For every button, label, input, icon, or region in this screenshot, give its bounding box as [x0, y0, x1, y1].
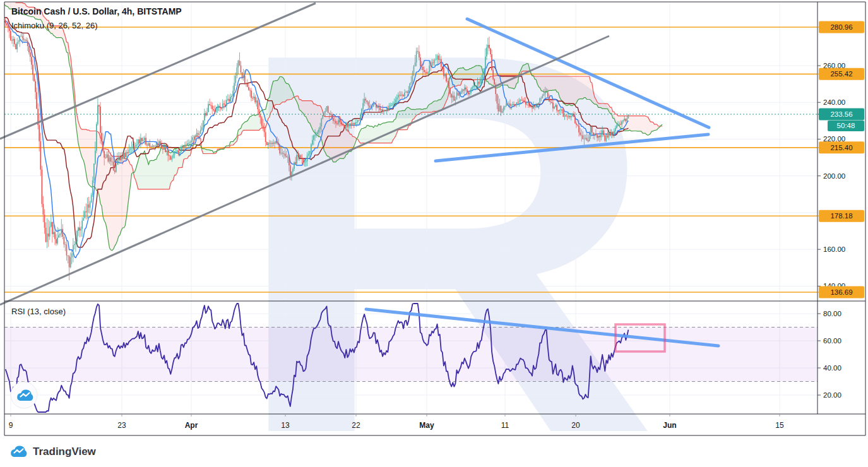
svg-text:240.00: 240.00 — [823, 98, 845, 106]
svg-text:11: 11 — [501, 421, 509, 430]
svg-text:Apr: Apr — [185, 421, 198, 430]
svg-text:233.56: 233.56 — [830, 110, 852, 118]
tradingview-wordmark[interactable]: TradingView — [33, 446, 96, 458]
svg-text:15: 15 — [775, 421, 784, 430]
svg-text:40.00: 40.00 — [823, 364, 841, 372]
svg-text:178.18: 178.18 — [830, 212, 852, 220]
svg-text:215.40: 215.40 — [830, 144, 852, 151]
svg-text:20.00: 20.00 — [823, 391, 841, 399]
svg-text:Jun: Jun — [663, 421, 676, 430]
svg-text:23: 23 — [117, 421, 126, 430]
svg-text:50:48: 50:48 — [837, 122, 855, 129]
chart-canvas[interactable]: R260.00240.00220.00200.00160.00140.0080.… — [0, 0, 868, 467]
svg-text:280.96: 280.96 — [830, 23, 852, 31]
svg-text:13: 13 — [281, 421, 290, 430]
symbol-legend[interactable]: Bitcoin Cash / U.S. Dollar, 4h, BITSTAMP… — [11, 5, 182, 32]
svg-text:9: 9 — [9, 421, 13, 430]
rsi-band — [4, 328, 817, 382]
rsi-watermark-logo — [11, 382, 37, 408]
svg-text:200.00: 200.00 — [823, 172, 845, 180]
svg-text:20: 20 — [571, 421, 580, 430]
svg-text:May: May — [419, 421, 434, 430]
svg-text:60.00: 60.00 — [823, 337, 841, 345]
symbol-title[interactable]: Bitcoin Cash / U.S. Dollar, 4h, BITSTAMP — [11, 5, 182, 18]
svg-text:80.00: 80.00 — [823, 310, 841, 317]
footer: TradingView — [0, 437, 868, 467]
ichimoku-legend[interactable]: Ichimoku (9, 26, 52, 26) — [11, 20, 182, 32]
tradingview-logo-icon[interactable] — [9, 444, 28, 460]
tradingview-chart: R260.00240.00220.00200.00160.00140.0080.… — [0, 0, 868, 467]
svg-text:22: 22 — [352, 421, 360, 430]
rsi-legend[interactable]: RSI (13, close) — [11, 307, 66, 316]
svg-text:255.42: 255.42 — [830, 70, 852, 78]
svg-text:136.69: 136.69 — [830, 288, 852, 296]
svg-text:160.00: 160.00 — [823, 245, 845, 253]
